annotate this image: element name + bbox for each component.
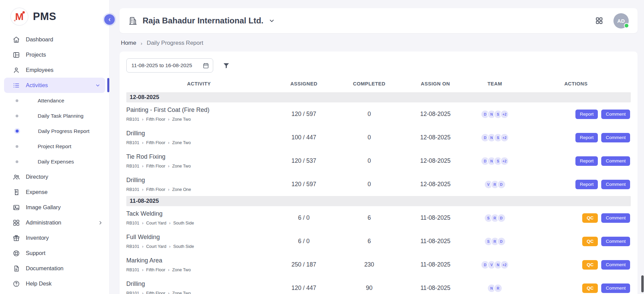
assign-on-value: 12-08-2025 (402, 181, 468, 188)
completed-value: 6 (336, 214, 402, 221)
activity-name: Full Welding (126, 234, 272, 241)
comment-button[interactable]: Comment (601, 237, 630, 246)
bullet-dot-icon (16, 145, 18, 148)
activity-path: RB101Fifth FloorZone Two (126, 163, 272, 169)
sidebar-item-inventory[interactable]: Inventory (0, 230, 109, 246)
sidebar-subitem-daily-progress-report[interactable]: Daily Progress Report (0, 123, 109, 139)
team-avatars: DNS+2 (468, 133, 521, 142)
report-button[interactable]: Report (575, 133, 598, 142)
table-row: Tie Rod Fixing RB101Fifth FloorZone Two … (126, 149, 631, 173)
company-selector[interactable]: Raja Bahadur International Ltd. (128, 16, 275, 25)
comment-button[interactable]: Comment (601, 260, 630, 270)
table-row: Painting - First Coat (Fire Red) RB101Fi… (126, 102, 631, 126)
activity-path: RB101Court YardSouth Side (126, 244, 272, 249)
date-range-value: 11-08-2025 to 16-08-2025 (131, 62, 192, 68)
activity-path: RB101Fifth FloorZone One (126, 187, 272, 192)
team-avatar: D (497, 237, 506, 246)
sidebar-item-directory[interactable]: Directory (0, 169, 109, 184)
comment-button[interactable]: Comment (601, 283, 630, 293)
apps-grid-icon[interactable] (595, 17, 603, 25)
bullet-dot-icon (16, 99, 18, 102)
activity-name: Marking Area (126, 257, 272, 264)
report-button[interactable]: Report (575, 110, 598, 119)
report-button[interactable]: Report (575, 180, 598, 189)
activity-name: Tie Rod Fixing (126, 153, 272, 160)
table-row: Marking Area RB101Fifth FloorZone Two 25… (126, 253, 631, 276)
assigned-value: 120 / 597 (272, 111, 336, 118)
chevron-right-icon (168, 163, 169, 169)
sidebar-item-employees[interactable]: Employees (0, 62, 109, 78)
team-avatars: DNS+2 (468, 110, 521, 119)
qc-button[interactable]: QC (582, 213, 598, 223)
date-range-input[interactable]: 11-08-2025 to 16-08-2025 (126, 58, 213, 73)
date-group-header: 11-08-2025 (126, 196, 631, 206)
comment-button[interactable]: Comment (601, 213, 630, 223)
sidebar-subitem-daily-expenses[interactable]: Daily Expenses (0, 154, 109, 169)
sidebar-collapse-button[interactable] (104, 14, 115, 25)
sidebar-subitem-daily-task-planning[interactable]: Daily Task Planning (0, 108, 109, 123)
filter-funnel-icon[interactable] (223, 62, 230, 69)
assigned-value: 120 / 537 (272, 157, 336, 164)
chevron-right-icon (142, 163, 143, 169)
sidebar-item-help-desk[interactable]: Help Desk (0, 276, 109, 291)
sidebar-subitem-label: Project Report (38, 143, 71, 150)
chevron-down-icon (269, 18, 275, 24)
chevron-right-icon (168, 267, 169, 272)
sidebar-item-support[interactable]: Support (0, 246, 109, 261)
sidebar-subitem-label: Daily Progress Report (38, 128, 90, 134)
sidebar-item-administration[interactable]: Administration (0, 215, 109, 230)
sidebar-item-documentation[interactable]: Documentation (0, 261, 109, 276)
team-avatars: NR (468, 284, 521, 293)
qc-button[interactable]: QC (582, 237, 598, 246)
table-row: Drilling RB101Fifth FloorZone Two 100 / … (126, 126, 631, 149)
comment-button[interactable]: Comment (601, 133, 630, 142)
sidebar-subitem-project-report[interactable]: Project Report (0, 139, 109, 154)
chevron-right-icon (142, 267, 143, 272)
sidebar-item-expense[interactable]: Expense (0, 184, 109, 200)
comment-button[interactable]: Comment (601, 110, 630, 119)
qc-button[interactable]: QC (582, 260, 598, 270)
sidebar-item-image-gallery[interactable]: Image Gallary (0, 200, 109, 215)
team-avatar-more: +2 (500, 133, 509, 142)
chevron-down-icon (95, 83, 100, 88)
assign-on-value: 12-08-2025 (402, 157, 468, 164)
assigned-value: 120 / 597 (272, 181, 336, 188)
administration-icon (13, 219, 20, 227)
sidebar-item-label: Activities (26, 82, 48, 89)
completed-value: 0 (336, 181, 402, 188)
activity-path: RB101Fifth FloorZone Two (126, 140, 272, 145)
sidebar-item-activities[interactable]: Activities (4, 78, 105, 93)
home-icon (13, 36, 20, 43)
qc-button[interactable]: QC (582, 283, 598, 293)
sidebar-item-projects[interactable]: Projects (0, 47, 109, 62)
assign-on-value: 11-08-2025 (402, 261, 468, 268)
activity-path: RB101Fifth FloorZone Two (126, 267, 272, 272)
sidebar-subitem-label: Attendance (38, 98, 64, 104)
sidebar-item-label: Administration (26, 219, 61, 226)
column-header-activity: ACTIVITY (126, 81, 272, 86)
sidebar-nav: Dashboard Projects Employees Activities … (0, 32, 109, 291)
comment-button[interactable]: Comment (601, 156, 630, 166)
sidebar-subitem-attendance[interactable]: Attendance (0, 93, 109, 108)
sidebar-item-dashboard[interactable]: Dashboard (0, 32, 109, 47)
company-name: Raja Bahadur International Ltd. (143, 16, 263, 25)
avatar[interactable]: AD (613, 13, 629, 28)
activity-name: Drilling (126, 280, 272, 288)
report-button[interactable]: Report (575, 156, 598, 166)
building-icon (128, 16, 137, 25)
bullet-dot-icon (16, 130, 19, 133)
activity-name: Drilling (126, 177, 272, 184)
topbar-actions: AD (595, 13, 629, 28)
sidebar-item-label: Directory (26, 174, 48, 180)
table-header: ACTIVITY ASSIGNED COMPLETED ASSIGN ON TE… (126, 75, 631, 92)
vertical-scrollbar[interactable] (641, 275, 644, 292)
chevron-right-icon (142, 140, 143, 145)
comment-button[interactable]: Comment (601, 180, 630, 189)
bullet-dot-icon (16, 115, 18, 117)
breadcrumb: Home › Daily Progress Report (121, 40, 644, 46)
column-header-assign-on: ASSIGN ON (402, 81, 468, 86)
filter-row: 11-08-2025 to 16-08-2025 (126, 58, 631, 73)
assign-on-value: 12-08-2025 (402, 134, 468, 141)
breadcrumb-home[interactable]: Home (121, 40, 136, 46)
team-avatars: SRD (468, 237, 521, 246)
